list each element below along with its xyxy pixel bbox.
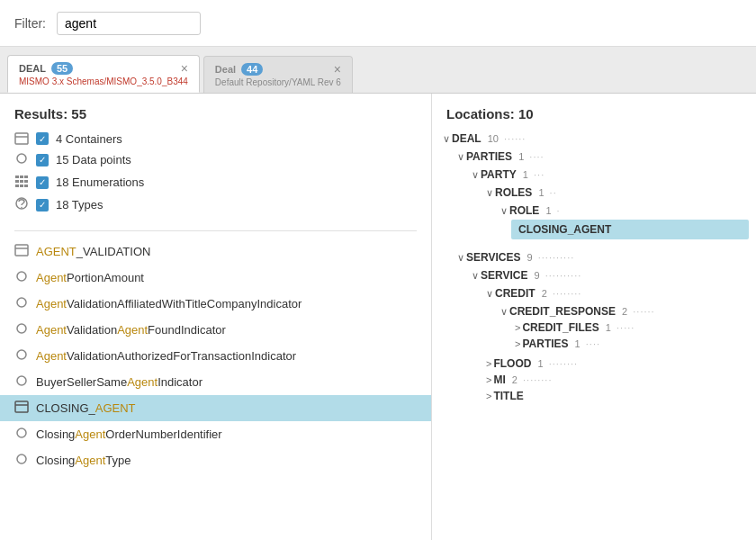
dots-services: ·········· xyxy=(535,252,575,263)
toggle-role[interactable]: ∨ xyxy=(500,205,508,217)
result-buyer-seller-same-agent[interactable]: BuyerSellerSameAgentIndicator xyxy=(0,369,431,395)
tree-node-deal: ∨ DEAL 10 ······ ∨ PARTIES 1 ···· xyxy=(439,129,749,410)
toggle-credit-files[interactable]: > xyxy=(515,322,520,333)
svg-rect-14 xyxy=(15,245,28,256)
count-parties-2: 1 xyxy=(572,338,580,349)
svg-rect-3 xyxy=(15,176,19,178)
tree-row-role[interactable]: ∨ ROLE 1 · xyxy=(497,202,749,219)
toggle-party[interactable]: ∨ xyxy=(472,169,479,181)
tree-row-credit-files[interactable]: > CREDIT_FILES 1 ····· xyxy=(511,320,749,336)
tree-row-mi[interactable]: > MI 2 ········ xyxy=(482,372,749,388)
svg-point-13 xyxy=(21,207,22,209)
summary-list: 4 Containers 15 Data points xyxy=(0,129,431,223)
tree-row-closing-agent[interactable]: CLOSING_AGENT xyxy=(511,220,749,239)
tab-badge-1: 55 xyxy=(51,62,73,75)
tree-row-title[interactable]: > TITLE xyxy=(482,388,749,404)
toggle-service[interactable]: ∨ xyxy=(472,270,479,282)
result-agent-validation-found[interactable]: AgentValidationAgentFoundIndicator xyxy=(0,317,431,343)
result-closing-agent[interactable]: CLOSING_AGENT xyxy=(0,395,431,421)
tree-row-credit[interactable]: ∨ CREDIT 2 ········ xyxy=(482,285,749,302)
count-credit-response: 2 xyxy=(619,306,627,317)
tree-row-credit-response[interactable]: ∨ CREDIT_RESPONSE 2 ······ xyxy=(497,303,749,320)
dots-credit-files: ····· xyxy=(613,322,634,333)
label-credit-files: CREDIT_FILES xyxy=(522,321,598,334)
svg-point-20 xyxy=(17,376,26,385)
filter-label: Filter: xyxy=(14,16,46,31)
dots-deal: ······ xyxy=(500,133,526,144)
count-flood: 1 xyxy=(535,358,543,369)
label-party: PARTY xyxy=(481,168,517,181)
checkbox-containers[interactable] xyxy=(36,132,49,145)
result-closing-agent-order[interactable]: ClosingAgentOrderNumberIdentifier xyxy=(0,421,431,447)
summary-datapoints: 15 Data points xyxy=(14,148,417,171)
svg-rect-6 xyxy=(15,180,19,183)
tree-row-party[interactable]: ∨ PARTY 1 ··· xyxy=(468,166,749,183)
checkbox-types[interactable] xyxy=(36,199,49,212)
result-agent-portion[interactable]: AgentPortionAmount xyxy=(0,265,431,291)
tree-row-roles[interactable]: ∨ ROLES 1 ·· xyxy=(482,184,749,201)
tree-row-deal[interactable]: ∨ DEAL 10 ······ xyxy=(439,130,749,147)
tree-node-service: ∨ SERVICE 9 ·········· ∨ xyxy=(468,266,749,406)
type-icon xyxy=(14,196,29,213)
tree-node-credit: ∨ CREDIT 2 ········ xyxy=(482,284,749,356)
children-services: ∨ SERVICE 9 ·········· ∨ xyxy=(468,266,749,406)
checkbox-datapoints[interactable] xyxy=(36,154,49,166)
toggle-deal[interactable]: ∨ xyxy=(443,133,450,145)
toggle-credit-response[interactable]: ∨ xyxy=(500,306,508,318)
main-content: Results: 55 4 Containers xyxy=(0,94,756,540)
toggle-credit[interactable]: ∨ xyxy=(486,288,493,300)
label-credit-response: CREDIT_RESPONSE xyxy=(509,305,616,318)
toggle-parties-2[interactable]: > xyxy=(515,338,520,349)
toggle-services[interactable]: ∨ xyxy=(457,252,464,264)
tab-close-1[interactable]: × xyxy=(181,61,188,76)
filter-input[interactable] xyxy=(57,12,201,35)
result-closing-agent-type[interactable]: ClosingAgentType xyxy=(0,447,431,473)
toggle-flood[interactable]: > xyxy=(486,358,491,369)
dots-mi: ········ xyxy=(519,374,553,385)
children-credit-response: > CREDIT_FILES 1 ····· xyxy=(511,320,749,352)
tab-deal-2[interactable]: Deal 44 × Default Repository/YAML Rev 6 xyxy=(203,56,353,93)
label-deal: DEAL xyxy=(452,132,482,145)
tree-row-service[interactable]: ∨ SERVICE 9 ·········· xyxy=(468,267,749,284)
tree-node-party: ∨ PARTY 1 ··· ∨ xyxy=(468,165,749,246)
locations-header: Locations: 10 xyxy=(432,94,756,129)
toggle-mi[interactable]: > xyxy=(486,374,491,385)
tree-row-parties-2[interactable]: > PARTIES 1 ···· xyxy=(511,336,749,352)
label-parties-1: PARTIES xyxy=(466,150,512,163)
svg-rect-10 xyxy=(20,184,23,187)
containers-count: 4 Containers xyxy=(56,132,122,146)
count-party: 1 xyxy=(520,169,528,180)
svg-rect-11 xyxy=(24,184,28,187)
count-role: 1 xyxy=(543,205,551,216)
label-flood: FLOOD xyxy=(493,357,531,370)
count-parties-1: 1 xyxy=(516,151,524,162)
count-service: 9 xyxy=(531,270,539,281)
children-parties-1: ∨ PARTY 1 ··· ∨ xyxy=(468,165,749,246)
toggle-title[interactable]: > xyxy=(486,391,491,401)
tab-deal-1[interactable]: DEAL 55 × MISMO 3.x Schemas/MISMO_3.5.0_… xyxy=(7,55,200,93)
svg-point-24 xyxy=(17,454,26,464)
enums-count: 18 Enumerations xyxy=(56,176,144,189)
result-agent-validation-affiliated[interactable]: AgentValidationAffiliatedWithTitleCompan… xyxy=(0,291,431,317)
label-title: TITLE xyxy=(493,390,523,402)
count-credit: 2 xyxy=(539,288,547,299)
toggle-parties-1[interactable]: ∨ xyxy=(457,151,464,163)
svg-point-19 xyxy=(17,350,26,359)
toggle-roles[interactable]: ∨ xyxy=(486,187,493,199)
checkbox-enums[interactable] xyxy=(36,176,49,189)
dots-parties-1: ···· xyxy=(526,151,544,162)
dots-party: ··· xyxy=(530,169,544,180)
label-roles: ROLES xyxy=(495,186,532,199)
tree-row-services[interactable]: ∨ SERVICES 9 ·········· xyxy=(454,249,749,266)
tree-row-parties-1[interactable]: ∨ PARTIES 1 ···· xyxy=(454,148,749,165)
tree-node-credit-response: ∨ CREDIT_RESPONSE 2 ······ xyxy=(497,302,749,354)
tab-close-2[interactable]: × xyxy=(334,62,341,76)
result-agent-validation-authorized[interactable]: AgentValidationAuthorizedForTransactionI… xyxy=(0,343,431,369)
result-text: AgentValidationAuthorizedForTransactionI… xyxy=(36,349,296,363)
tree-row-flood[interactable]: > FLOOD 1 ········ xyxy=(482,356,749,372)
tree-container: ∨ DEAL 10 ······ ∨ PARTIES 1 ···· xyxy=(432,129,756,540)
filter-bar: Filter: xyxy=(0,0,756,47)
summary-types: 18 Types xyxy=(14,194,417,216)
tab-path-1: MISMO 3.x Schemas/MISMO_3.5.0_B344 xyxy=(19,76,188,86)
result-agent-validation[interactable]: AGENT_VALIDATION xyxy=(0,238,431,265)
